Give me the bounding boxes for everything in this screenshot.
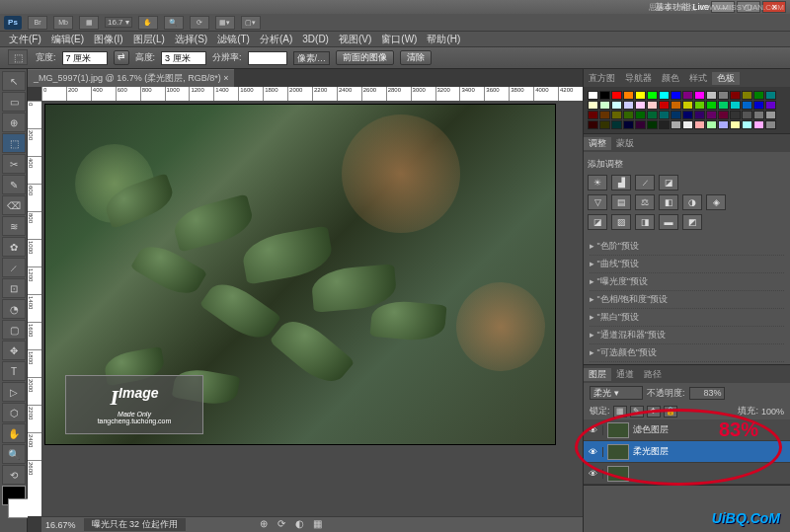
swatch[interactable] (659, 91, 670, 100)
preset-row[interactable]: "曲线"预设 (590, 256, 784, 273)
swatch[interactable] (765, 91, 776, 100)
tool-14[interactable]: T (2, 361, 26, 381)
layer-row[interactable]: 👁柔光图层 (584, 441, 790, 463)
menu-item[interactable]: 窗口(W) (378, 33, 420, 46)
swatch[interactable] (623, 120, 634, 129)
footer-icon[interactable]: ◐ (292, 516, 306, 530)
swatch[interactable] (682, 120, 693, 129)
screen-mode[interactable]: ▢▾ (241, 16, 261, 30)
swatch[interactable] (588, 120, 598, 129)
width-input[interactable]: 7 厘米 (62, 51, 108, 65)
bridge-button[interactable]: Br (28, 16, 47, 30)
swatch[interactable] (706, 120, 717, 129)
footer-icon[interactable]: ⟳ (275, 516, 288, 530)
swatch[interactable] (694, 120, 705, 129)
preset-row[interactable]: "可选颜色"预设 (590, 344, 784, 362)
tool-19[interactable]: ⟲ (2, 465, 26, 485)
swatch[interactable] (706, 91, 717, 100)
tool-16[interactable]: ⬡ (2, 403, 26, 422)
tool-13[interactable]: ✥ (2, 341, 26, 360)
menu-item[interactable]: 帮助(H) (424, 33, 463, 46)
swatch[interactable] (671, 120, 681, 129)
lock-transparent-icon[interactable]: ▦ (613, 406, 627, 418)
preset-row[interactable]: "通道混和器"预设 (590, 327, 784, 344)
swatch[interactable] (671, 101, 681, 110)
menu-item[interactable]: 分析(A) (257, 33, 295, 46)
tool-0[interactable]: ↖ (2, 71, 26, 91)
image-canvas[interactable]: IImage Made Only tangcheng.tuchong.com (45, 105, 555, 444)
opacity-input[interactable]: 83% (689, 387, 725, 400)
swatch[interactable] (635, 101, 646, 110)
tool-3[interactable]: ⬚ (2, 133, 26, 153)
swatch[interactable] (659, 101, 670, 110)
menu-item[interactable]: 3D(D) (299, 34, 332, 44)
swatch[interactable] (706, 111, 717, 119)
swatch[interactable] (682, 101, 693, 110)
panel-tab[interactable]: 颜色 (657, 72, 684, 85)
posterize-icon[interactable]: ▨ (611, 214, 631, 230)
color-balance-icon[interactable]: ⚖ (635, 194, 655, 210)
layer-visibility-icon[interactable]: 👁 (584, 469, 603, 479)
footer-icon[interactable]: ▦ (310, 516, 324, 530)
tool-15[interactable]: ▷ (2, 382, 26, 402)
swatch[interactable] (765, 101, 776, 110)
swatch[interactable] (647, 101, 658, 110)
tab-close-icon[interactable]: × (223, 73, 228, 83)
panel-tab[interactable]: 直方图 (584, 72, 620, 85)
swatch[interactable] (623, 91, 634, 100)
tool-5[interactable]: ✎ (2, 175, 26, 194)
swatch[interactable] (599, 101, 610, 110)
menu-item[interactable]: 图像(I) (91, 33, 125, 46)
preset-row[interactable]: "色相/饱和度"预设 (590, 291, 784, 309)
swatch[interactable] (647, 111, 658, 119)
swatch[interactable] (682, 91, 693, 100)
panel-tab[interactable]: 路径 (639, 368, 667, 381)
swatch[interactable] (730, 111, 741, 119)
front-image-button[interactable]: 前面的图像 (336, 50, 394, 65)
threshold-icon[interactable]: ◨ (635, 214, 655, 230)
tool-4[interactable]: ✂ (2, 154, 26, 174)
preset-row[interactable]: "色阶"预设 (590, 238, 784, 256)
swatch[interactable] (611, 91, 622, 100)
panel-tab[interactable]: 导航器 (620, 72, 657, 85)
menu-item[interactable]: 视图(V) (336, 33, 374, 46)
panel-tab[interactable]: 通道 (611, 368, 639, 381)
tool-6[interactable]: ⌫ (2, 195, 26, 215)
resolution-unit-select[interactable]: 像素/… (293, 51, 331, 65)
selective-color-icon[interactable]: ◩ (682, 214, 702, 230)
swatch[interactable] (635, 91, 646, 100)
brightness-icon[interactable]: ☀ (588, 175, 607, 190)
blend-mode-select[interactable]: 柔光 ▾ (590, 386, 643, 400)
menu-item[interactable]: 编辑(E) (48, 33, 87, 46)
swatch[interactable] (659, 120, 670, 129)
channel-mixer-icon[interactable]: ◈ (706, 194, 726, 210)
swatch[interactable] (599, 111, 610, 119)
status-zoom[interactable]: 16.67% (45, 520, 76, 530)
view-extra-button[interactable]: ▦ (79, 16, 99, 30)
swatch[interactable] (694, 101, 705, 110)
swatch[interactable] (730, 101, 741, 110)
swatch[interactable] (730, 120, 741, 129)
swatch[interactable] (599, 120, 610, 129)
swatch[interactable] (671, 111, 681, 119)
tool-2[interactable]: ⊕ (2, 113, 26, 132)
layer-thumbnail[interactable] (607, 466, 629, 482)
lock-position-icon[interactable]: ✥ (647, 406, 661, 418)
swatch[interactable] (588, 101, 598, 110)
swatch[interactable] (742, 120, 752, 129)
swatch[interactable] (611, 111, 622, 119)
swatch[interactable] (623, 111, 634, 119)
swatch[interactable] (730, 91, 741, 100)
swatch[interactable] (611, 101, 622, 110)
gradient-map-icon[interactable]: ▬ (659, 214, 678, 230)
swatch[interactable] (647, 120, 658, 129)
layer-visibility-icon[interactable]: 👁 (584, 447, 603, 457)
levels-icon[interactable]: ▟ (611, 175, 631, 190)
layer-name[interactable]: 滤色图层 (633, 423, 669, 436)
tool-18[interactable]: 🔍 (2, 444, 26, 464)
swatch[interactable] (742, 111, 752, 119)
swatch[interactable] (671, 91, 681, 100)
swatch[interactable] (765, 111, 776, 119)
swatch[interactable] (588, 111, 598, 119)
swatch[interactable] (753, 91, 764, 100)
